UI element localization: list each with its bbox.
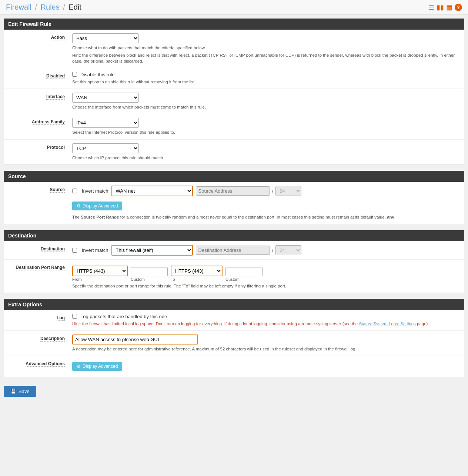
- action-control: Pass Block Reject Choose what to do with…: [71, 33, 464, 64]
- source-invert-label: Invert match: [82, 188, 108, 194]
- table-icon[interactable]: ▦: [446, 3, 452, 11]
- destination-header: Destination: [4, 230, 464, 241]
- port-from-select[interactable]: any HTTP (80) HTTPS (443) FTP (21) SSH (…: [72, 266, 128, 276]
- source-header: Source: [4, 171, 464, 182]
- advanced-options-row: Advanced Options ⚙ Display Advanced: [4, 356, 464, 377]
- source-label: Source: [4, 186, 71, 192]
- log-checkbox[interactable]: [72, 314, 77, 319]
- log-hint-link[interactable]: Status: System Logs: Settings: [359, 322, 415, 326]
- gear-icon-advanced: ⚙: [77, 364, 81, 369]
- destination-port-range-row: Destination Port Range any HTTP (80) HTT…: [4, 260, 464, 293]
- destination-row: Destination Invert match any This firewa…: [4, 241, 464, 260]
- port-from-group: any HTTP (80) HTTPS (443) FTP (21) SSH (…: [72, 266, 128, 282]
- edit-firewall-rule-header: Edit Firewall Rule: [4, 19, 464, 30]
- destination-invert-label: Invert match: [82, 247, 108, 253]
- address-family-select[interactable]: IPv4 IPv6 IPv4+IPv6: [72, 118, 139, 128]
- extra-options-table: Log Log packets that are handled by this…: [4, 310, 464, 377]
- save-button[interactable]: 💾 Save: [4, 386, 36, 397]
- breadcrumb-sep1: /: [35, 3, 37, 11]
- address-family-control: IPv4 IPv6 IPv4+IPv6 Select the Internet …: [71, 118, 464, 135]
- source-address-input[interactable]: [196, 186, 270, 196]
- description-row: Description A description may be entered…: [4, 331, 464, 356]
- breadcrumb-firewall[interactable]: Firewall: [6, 3, 31, 11]
- destination-port-row: any HTTP (80) HTTPS (443) FTP (21) SSH (…: [72, 266, 464, 282]
- description-label: Description: [4, 334, 71, 341]
- destination-address-group: / 2432168: [196, 245, 302, 255]
- source-advanced-wrap: ⚙ Display Advanced: [72, 199, 464, 213]
- top-icons: ☰ ▮▮ ▦ ?: [428, 3, 462, 11]
- port-custom-from-label: Custom: [131, 277, 168, 282]
- interface-select[interactable]: WAN LAN OPT1: [72, 93, 139, 103]
- port-to-label: To: [171, 277, 223, 282]
- destination-address-input[interactable]: [196, 246, 270, 255]
- destination-label: Destination: [4, 245, 71, 252]
- source-table: Source Invert match any WAN net LAN net …: [4, 182, 464, 224]
- port-custom-to-input[interactable]: [225, 267, 263, 276]
- action-hint1: Choose what to do with packets that matc…: [72, 45, 464, 51]
- port-to-group: any HTTP (80) HTTPS (443) FTP (21) SSH (…: [171, 266, 223, 282]
- source-address-group: / 2432168: [196, 186, 302, 196]
- advanced-display-advanced-button[interactable]: ⚙ Display Advanced: [72, 362, 122, 371]
- destination-subnet-select[interactable]: 2432168: [275, 245, 301, 255]
- address-family-label: Address Family: [4, 118, 71, 124]
- source-section: Source Source Invert match any WAN net L…: [4, 171, 464, 224]
- port-custom-to-label: Custom: [225, 277, 263, 282]
- log-checkbox-label: Log packets that are handled by this rul…: [80, 314, 167, 319]
- source-control: Invert match any WAN net LAN net Single …: [71, 186, 464, 220]
- advanced-options-label: Advanced Options: [4, 360, 71, 366]
- save-label: Save: [19, 389, 30, 394]
- log-checkbox-row: Log packets that are handled by this rul…: [72, 314, 464, 319]
- destination-port-range-control: any HTTP (80) HTTPS (443) FTP (21) SSH (…: [71, 263, 464, 289]
- source-type-select[interactable]: any WAN net LAN net Single host or alias…: [111, 186, 193, 196]
- destination-slash: /: [271, 247, 275, 253]
- edit-firewall-rule-table: Action Pass Block Reject Choose what to …: [4, 30, 464, 165]
- save-icon: 💾: [10, 389, 16, 394]
- extra-options-section: Extra Options Log Log packets that are h…: [4, 299, 464, 377]
- log-control: Log packets that are handled by this rul…: [71, 314, 464, 327]
- action-label: Action: [4, 33, 71, 40]
- breadcrumb: Firewall / Rules / Edit: [6, 3, 81, 11]
- port-to-select[interactable]: any HTTP (80) HTTPS (443) FTP (21) SSH (…: [171, 266, 223, 276]
- source-slash: /: [271, 188, 275, 194]
- destination-type-select[interactable]: any This firewall (self) WAN net LAN net…: [111, 245, 193, 256]
- port-custom-from-input[interactable]: [131, 267, 168, 276]
- source-subnet-select[interactable]: 2432168: [275, 186, 301, 196]
- page-content: Edit Firewall Rule Action Pass Block Rej…: [0, 15, 468, 404]
- destination-table: Destination Invert match any This firewa…: [4, 241, 464, 293]
- disabled-hint: Set this option to disable this rule wit…: [72, 79, 464, 85]
- port-custom-to-group: Custom: [225, 267, 263, 282]
- protocol-hint: Choose which IP protocol this rule shoul…: [72, 155, 464, 161]
- help-icon[interactable]: ?: [455, 4, 462, 11]
- destination-control: Invert match any This firewall (self) WA…: [71, 245, 464, 256]
- source-display-advanced-button[interactable]: ⚙ Display Advanced: [72, 202, 122, 210]
- bar-chart-icon[interactable]: ▮▮: [437, 3, 444, 11]
- advanced-options-control: ⚙ Display Advanced: [71, 360, 464, 373]
- disabled-control: Disable this rule Set this option to dis…: [71, 72, 464, 85]
- destination-invert-checkbox[interactable]: [72, 248, 77, 253]
- source-hint: The Source Port Range for a connection i…: [72, 214, 464, 220]
- protocol-row: Protocol TCP UDP TCP/UDP ICMP any Choose…: [4, 140, 464, 164]
- log-row: Log Log packets that are handled by this…: [4, 310, 464, 331]
- protocol-select[interactable]: TCP UDP TCP/UDP ICMP any: [72, 143, 139, 153]
- disabled-checkbox-row: Disable this rule: [72, 72, 464, 77]
- breadcrumb-rules[interactable]: Rules: [41, 3, 60, 11]
- source-row: Source Invert match any WAN net LAN net …: [4, 182, 464, 224]
- port-from-label: From: [72, 277, 128, 282]
- extra-options-header: Extra Options: [4, 299, 464, 310]
- breadcrumb-sep2: /: [63, 3, 65, 11]
- gear-icon-source: ⚙: [77, 203, 81, 209]
- protocol-label: Protocol: [4, 143, 71, 150]
- disabled-checkbox-label: Disable this rule: [80, 72, 115, 77]
- description-input[interactable]: [72, 334, 198, 344]
- action-select[interactable]: Pass Block Reject: [72, 33, 139, 43]
- destination-port-hint: Specify the destination port or port ran…: [72, 283, 464, 289]
- save-button-wrap: 💾 Save: [4, 383, 464, 400]
- list-icon[interactable]: ☰: [428, 3, 434, 11]
- interface-label: Interface: [4, 93, 71, 99]
- source-invert-checkbox[interactable]: [72, 189, 77, 193]
- source-display-advanced-label: Display Advanced: [83, 203, 118, 209]
- disabled-checkbox[interactable]: [72, 72, 77, 77]
- address-family-hint: Select the Internet Protocol version thi…: [72, 129, 464, 135]
- description-hint: A description may be entered here for ad…: [72, 346, 464, 352]
- destination-section: Destination Destination Invert match any…: [4, 230, 464, 293]
